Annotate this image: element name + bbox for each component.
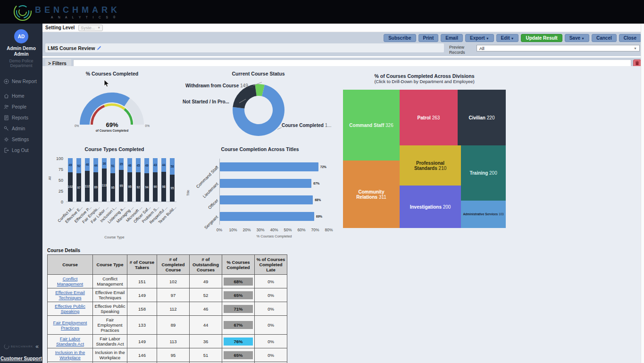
stacked-bar-problem-s[interactable]: 4390 [153, 158, 158, 202]
preview-records-select[interactable]: All ▼ [477, 45, 640, 51]
course-link-conflict-management[interactable]: Conflict Management [57, 276, 83, 287]
sidebar-item-admin[interactable]: Admin [0, 123, 42, 134]
customer-support-link[interactable]: Customer Support [0, 356, 42, 361]
stacked-bar-fair-emplo[interactable]: 4489 [93, 158, 98, 202]
report-title-band: LMS Course Review PreviewRecords All ▼ [42, 43, 644, 56]
home-icon [4, 93, 9, 99]
setting-level-row: Setting Level Syste... ▼ [42, 24, 644, 32]
table-row: Effective Public SpeakingEffective Publi… [48, 302, 287, 316]
x-tick: 20% [243, 228, 251, 232]
setting-level-select[interactable]: Syste... ▼ [78, 25, 103, 31]
save-button[interactable]: Save▼ [565, 34, 589, 42]
edit-button[interactable]: Edit▼ [496, 34, 519, 42]
report-title-box: LMS Course Review [45, 43, 444, 52]
sidebar: AD Admin Demo Admin Demo Police Departme… [0, 24, 42, 363]
gauge-min-label: 0% [75, 124, 79, 127]
chevron-down-icon: ▼ [634, 47, 637, 50]
course-status-chart: Current Course Status Withdrawn from Cou… [182, 71, 335, 144]
table-row: Inclusion in the WorkplaceInclusion in t… [48, 348, 287, 362]
stacked-bar-listening-a[interactable]: 3595 [119, 158, 124, 202]
stacked-bar-inclusion-i[interactable]: 5195 [110, 158, 115, 202]
hbar-category-label: Lieutenant [202, 181, 219, 199]
y-tick: 100 [47, 156, 63, 161]
export-button[interactable]: Export▼ [465, 34, 494, 42]
outstanding-segment: 36 [102, 158, 107, 169]
treemap-title: % of Courses Completed Across Divisions [343, 73, 506, 79]
close-button[interactable]: Close [619, 34, 641, 42]
hbar-lieutenant[interactable] [220, 179, 311, 188]
pct-completed-bar: 71% [224, 305, 253, 313]
treemap-cell-training[interactable]: Training 200 [461, 145, 506, 201]
course-types-plot: 4910252974611244893611351953595469545924… [66, 159, 176, 202]
treemap-cell-professional-standards[interactable]: Professional Standards 210 [400, 145, 461, 186]
outstanding-segment: 52 [76, 158, 81, 173]
pct-completed-bar: 76% [224, 338, 253, 346]
stacked-bar-effective-e[interactable]: 5297 [76, 158, 81, 202]
x-tick: 50% [284, 228, 292, 232]
hbar-command-staff[interactable] [220, 162, 318, 171]
dashboard: % Courses Completed 0% 69% 0% of Courses… [42, 66, 641, 363]
gauge-title: % Courses Completed [61, 71, 163, 76]
hbar-officer[interactable] [220, 195, 313, 204]
outstanding-segment: 58 [170, 158, 175, 175]
stacked-bar-respectful[interactable]: 4498 [161, 158, 166, 202]
stacked-bar-fair-labor[interactable]: 36113 [102, 158, 107, 202]
subscribe-button[interactable]: Subscribe [384, 34, 416, 42]
table-header-course-type: Course Type [93, 255, 127, 275]
x-tick: 30% [256, 228, 264, 232]
email-button[interactable]: Email [441, 34, 463, 42]
chevron-down-icon: ▼ [97, 26, 100, 29]
outstanding-segment: 46 [85, 158, 90, 171]
gauge-chart: % Courses Completed 0% 69% 0% of Courses… [61, 71, 163, 142]
y-tick: 25 [47, 189, 63, 194]
stacked-bar-managing[interactable]: 4695 [127, 158, 132, 202]
course-link-fair-employment-practices[interactable]: Fair Employment Practices [53, 320, 87, 330]
hbar-sergeant[interactable] [220, 212, 314, 221]
stacked-bar-microsoft[interactable]: 4592 [136, 158, 141, 202]
completed-segment: 97 [76, 173, 81, 202]
treemap-cell-community-relations[interactable]: Community Relations 311 [343, 160, 400, 228]
course-link-inclusion-in-the-workplace[interactable]: Inclusion in the Workplace [55, 350, 85, 360]
sidebar-item-new-report[interactable]: New Report [0, 76, 42, 87]
treemap-area: Command Staff 326Patrol 263Civilian 220C… [343, 90, 506, 228]
course-link-fair-labor-standards-act[interactable]: Fair Labor Standards Act [56, 336, 84, 346]
treemap-cell-investigations[interactable]: Investigations 200 [400, 186, 461, 228]
sidebar-item-people[interactable]: People [0, 101, 42, 112]
y-tick: 0 [47, 200, 63, 204]
stacked-bar-conflict-m[interactable]: 49102 [68, 158, 73, 202]
chevron-down-icon: ▼ [511, 37, 514, 40]
brand-title: BENCHMARK [35, 5, 120, 15]
outstanding-segment: 49 [68, 158, 73, 172]
chevron-down-icon: ▼ [486, 37, 489, 40]
vertical-scrollbar[interactable] [641, 24, 644, 363]
stacked-bar-officer-saf[interactable]: 4994 [144, 158, 149, 202]
print-button[interactable]: Print [418, 34, 439, 42]
course-link-effective-email-techniques[interactable]: Effective Email Techniques [55, 290, 85, 300]
course-status-title: Current Course Status [182, 71, 335, 76]
sidebar-item-log-out[interactable]: Log Out [0, 145, 42, 156]
table-header-of-completed-course: # of Completed Course [157, 255, 190, 275]
edit-pencil-icon[interactable] [97, 46, 101, 51]
sidebar-item-reports[interactable]: Reports [0, 112, 42, 123]
treemap-cell-patrol[interactable]: Patrol 263 [400, 90, 458, 145]
course-link-effective-public-speaking[interactable]: Effective Public Speaking [55, 304, 85, 314]
x-tick: 60% [297, 228, 305, 232]
hbar-value-label: 68% [315, 198, 321, 202]
stacked-bar-effective-p[interactable]: 46112 [85, 158, 90, 202]
sidebar-item-home[interactable]: Home [0, 91, 42, 101]
top-header: BENCHMARK A N A L Y T I C S ® [0, 0, 644, 24]
completed-segment: 95 [119, 170, 124, 202]
sidebar-item-settings[interactable]: Settings [0, 134, 42, 145]
stacked-bar-team-build[interactable]: 5895 [170, 158, 175, 202]
outstanding-segment: 51 [110, 158, 115, 173]
cancel-button[interactable]: Cancel [592, 34, 617, 42]
treemap-cell-command-staff[interactable]: Command Staff 326 [343, 90, 400, 160]
treemap-cell-administrative-services[interactable]: Administrative Services 103 [461, 201, 506, 228]
update-result-button[interactable]: Update Result [521, 34, 562, 42]
sidebar-collapse-icon[interactable]: « [35, 343, 39, 350]
people-icon [4, 104, 9, 110]
treemap-cell-civilian[interactable]: Civilian 220 [458, 90, 506, 145]
key-icon [4, 126, 9, 131]
avatar[interactable]: AD [14, 29, 28, 43]
x-axis-label: % Courses Completed [219, 234, 329, 238]
